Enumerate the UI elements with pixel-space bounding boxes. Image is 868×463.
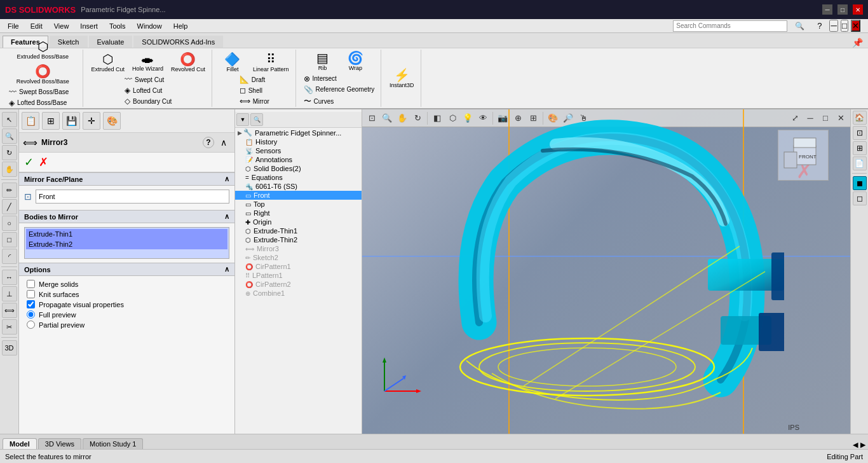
- tree-item-sketch2[interactable]: ✏Sketch2: [235, 253, 362, 262]
- titlebar-close[interactable]: ✕: [851, 20, 860, 32]
- panel-grid-btn[interactable]: ⊞: [42, 112, 60, 130]
- instant3d-button[interactable]: ⚡ Instant3D: [386, 66, 417, 90]
- bodies-section-header[interactable]: Bodies to Mirror ∧: [19, 210, 234, 223]
- titlebar-minimize[interactable]: ─: [829, 20, 837, 32]
- menu-edit[interactable]: Edit: [25, 21, 48, 31]
- help-icon[interactable]: ?: [812, 20, 827, 32]
- merge-solids-checkbox[interactable]: [27, 280, 35, 288]
- curves-button[interactable]: 〜 Curves: [301, 95, 377, 107]
- mirror-face-input[interactable]: [36, 190, 229, 204]
- tree-item-mirror3[interactable]: ⟺Mirror3: [235, 244, 362, 253]
- ri-color1[interactable]: ◼: [853, 176, 867, 190]
- tree-item-lpattern1[interactable]: ⠿LPattern1: [235, 271, 362, 280]
- tree-search-btn[interactable]: 🔍: [250, 113, 263, 126]
- tree-item-cirpattern2[interactable]: ⭕CirPattern2: [235, 280, 362, 289]
- revolved-boss-base-button[interactable]: ⭕ Revolved Boss/Base: [14, 62, 72, 86]
- menu-file[interactable]: File: [3, 21, 24, 31]
- linear-pattern-button[interactable]: ⠿ Linear Pattern: [250, 50, 292, 74]
- lt-sketch[interactable]: ✏: [2, 183, 17, 198]
- cancel-button[interactable]: ✗: [39, 155, 48, 169]
- tree-item-right[interactable]: ▭Right: [235, 209, 362, 218]
- tree-item-history[interactable]: 📋History: [235, 137, 362, 146]
- lt-arc[interactable]: ◜: [2, 249, 17, 264]
- view-cube[interactable]: FRONT: [778, 130, 829, 181]
- mirror-face-section-header[interactable]: Mirror Face/Plane ∧: [19, 172, 234, 186]
- tree-item-solid-bodies-2-[interactable]: ⬡Solid Bodies(2): [235, 164, 362, 173]
- tree-item-top[interactable]: ▭Top: [235, 200, 362, 209]
- tree-item-extrude-thin1[interactable]: ⬡Extrude-Thin1: [235, 226, 362, 235]
- mirror-button[interactable]: ⟺ Mirror: [237, 96, 272, 106]
- tab-model[interactable]: Model: [3, 438, 37, 449]
- lt-trim[interactable]: ✂: [2, 319, 17, 335]
- options-section-header[interactable]: Options ∧: [19, 263, 234, 276]
- hole-wizard-button[interactable]: 🕳 Hole Wizard: [130, 50, 166, 74]
- panel-color-btn[interactable]: 🎨: [103, 112, 121, 130]
- partial-preview-radio[interactable]: [27, 321, 35, 329]
- menu-window[interactable]: Window: [132, 21, 167, 31]
- full-preview-radio[interactable]: [27, 310, 35, 319]
- tree-item-equations[interactable]: =Equations: [235, 173, 362, 182]
- scroll-right-icon[interactable]: ▶: [860, 441, 865, 449]
- lt-select[interactable]: ↖: [2, 112, 17, 127]
- menu-insert[interactable]: Insert: [75, 21, 103, 31]
- scroll-left-icon[interactable]: ◀: [853, 441, 858, 449]
- ri-home[interactable]: 🏠: [853, 111, 867, 125]
- ri-view-port[interactable]: ⊡: [853, 126, 867, 140]
- search-commands-input[interactable]: [673, 20, 787, 32]
- body-item-2[interactable]: Extrude-Thin2: [26, 239, 227, 249]
- revolved-cut-button[interactable]: ⭕ Revolved Cut: [168, 50, 208, 74]
- tree-filter-btn[interactable]: ▼: [236, 113, 249, 126]
- lt-line[interactable]: ╱: [2, 199, 17, 214]
- minimize-button[interactable]: ─: [822, 4, 832, 15]
- tree-item-origin[interactable]: ✚Origin: [235, 218, 362, 226]
- knit-surfaces-checkbox[interactable]: [27, 290, 35, 298]
- panel-help-btn[interactable]: ?: [203, 137, 214, 148]
- tree-item-cirpattern1[interactable]: ⭕CirPattern1: [235, 262, 362, 271]
- lt-rotate[interactable]: ↻: [2, 145, 17, 160]
- tree-root[interactable]: ▶ 🔧 Parametric Fidget Spinner...: [235, 128, 362, 137]
- lofted-boss-base-button[interactable]: ◈ Lofted Boss/Base: [6, 98, 79, 108]
- tree-item-combine1[interactable]: ⊕Combine1: [235, 289, 362, 298]
- ri-color2[interactable]: ◻: [853, 191, 867, 205]
- tab-addins[interactable]: SOLIDWORKS Add-Ins: [133, 36, 223, 48]
- restore-button[interactable]: □: [837, 4, 848, 15]
- tree-item-annotations[interactable]: 📝Annotations: [235, 155, 362, 164]
- reference-geometry-button[interactable]: 📎 Reference Geometry: [301, 85, 377, 95]
- pin-icon[interactable]: 📌: [850, 38, 865, 48]
- rib-button[interactable]: ▤ Rib: [307, 49, 337, 73]
- ri-view3[interactable]: 📄: [853, 156, 867, 170]
- tree-item-6061-t6--ss-[interactable]: 🔩6061-T6 (SS): [235, 182, 362, 191]
- ri-view2[interactable]: ⊞: [853, 141, 867, 155]
- extruded-cut-button[interactable]: ⬡ Extruded Cut: [88, 50, 127, 74]
- panel-collapse-btn[interactable]: ∧: [217, 135, 231, 149]
- bodies-list[interactable]: Extrude-Thin1 Extrude-Thin2: [24, 227, 229, 259]
- panel-view-btn[interactable]: 📋: [22, 112, 39, 130]
- extruded-boss-base-button[interactable]: ⬡ Extruded Boss/Base: [14, 38, 71, 62]
- fillet-button[interactable]: 🔷 Fillet: [217, 50, 248, 74]
- tab-motion-study[interactable]: Motion Study 1: [83, 438, 143, 449]
- lt-constraint[interactable]: ⊥: [2, 286, 17, 301]
- lt-mirror2[interactable]: ⟺: [2, 303, 17, 318]
- close-button[interactable]: ✕: [853, 4, 863, 15]
- boundary-cut-button[interactable]: ◇ Boundary Cut: [122, 96, 174, 106]
- menu-view[interactable]: View: [49, 21, 74, 31]
- lt-zoom[interactable]: 🔍: [2, 128, 17, 144]
- propagate-visual-checkbox[interactable]: [27, 300, 35, 308]
- draft-button[interactable]: 📐 Draft: [237, 74, 272, 85]
- lt-pan[interactable]: ✋: [2, 162, 17, 177]
- menu-help[interactable]: Help: [168, 21, 193, 31]
- tab-3dviews[interactable]: 3D Views: [38, 438, 81, 449]
- body-item-1[interactable]: Extrude-Thin1: [26, 229, 227, 239]
- intersect-button[interactable]: ⊗ Intersect: [301, 74, 377, 84]
- panel-save-btn[interactable]: 💾: [62, 112, 80, 130]
- swept-cut-button[interactable]: 〰 Swept Cut: [122, 74, 174, 85]
- lt-circle[interactable]: ○: [2, 216, 17, 231]
- lt-dimension[interactable]: ↔: [2, 270, 17, 285]
- viewport[interactable]: ⊡ 🔍 ✋ ↻ ◧ ⬡ 💡 👁 📷 ⊕ ⊞ 🎨 🔎 🖱 ⤢ ─: [362, 109, 850, 434]
- tree-item-extrude-thin2[interactable]: ⬡Extrude-Thin2: [235, 235, 362, 244]
- tree-item-sensors[interactable]: 📡Sensors: [235, 146, 362, 155]
- titlebar-maximize[interactable]: □: [841, 20, 848, 32]
- tab-evaluate[interactable]: Evaluate: [89, 36, 133, 48]
- lt-rect[interactable]: □: [2, 232, 17, 247]
- swept-boss-base-button[interactable]: 〰 Swept Boss/Base: [6, 87, 79, 97]
